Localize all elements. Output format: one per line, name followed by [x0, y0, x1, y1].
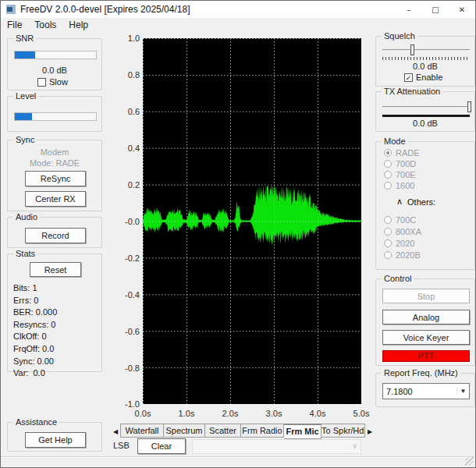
resync-button[interactable]: ReSync [25, 171, 86, 186]
radio-icon[interactable] [384, 228, 392, 236]
audio-group-label: Audio [13, 212, 40, 222]
squelch-group: Squelch 0.0 dB ✓ Enable [375, 36, 475, 87]
y-tick: -0.0 [116, 217, 140, 226]
x-tick: 3.0s [257, 409, 291, 418]
app-icon [6, 5, 16, 14]
y-tick: 0.8 [116, 70, 140, 80]
level-meter-fill [15, 113, 32, 120]
plot-tabbar: ◀ Waterfall Spectrum Scatter Frm Radio F… [111, 424, 375, 439]
level-group: Level [7, 96, 102, 132]
radio-icon[interactable] [384, 216, 392, 224]
report-freq-group: Report Freq. (MHz) 7.1800 ▼ [375, 373, 475, 407]
stat-errs: Errs: 0 [13, 295, 57, 307]
radio-icon[interactable] [384, 171, 392, 179]
squelch-enable-checkbox[interactable]: ✓ Enable [404, 73, 442, 82]
sync-group-label: Sync [13, 135, 37, 144]
squelch-group-label: Squelch [382, 31, 417, 41]
audio-group: Audio Record [7, 217, 102, 248]
snr-meter-fill [15, 51, 35, 58]
stat-ber: BER: 0.000 [13, 307, 57, 319]
mode-radio-700d[interactable]: 700D [384, 159, 416, 168]
ptt-button[interactable]: PTT [382, 350, 470, 362]
voice-keyer-button[interactable]: Voice Keyer [382, 330, 470, 345]
menu-help[interactable]: Help [62, 19, 94, 31]
radio-icon[interactable] [384, 149, 392, 157]
snr-slow-label: Slow [49, 77, 68, 87]
stat-sync: Sync: 0.00 [13, 356, 57, 368]
report-freq-combobox[interactable]: 7.1800 ▼ [382, 383, 470, 399]
tx-attenuation-slider[interactable] [382, 101, 470, 112]
modem-mode-text: Modem Mode: RADE [8, 147, 101, 168]
level-group-label: Level [13, 91, 38, 101]
analog-button[interactable]: Analog [382, 310, 470, 324]
maximize-button[interactable]: □ [422, 1, 449, 18]
squelch-slider-ticks [382, 57, 470, 60]
tx-attenuation-slider-thumb[interactable] [467, 101, 471, 112]
tx-attenuation-group: TX Attenuation 0.0 dB [375, 91, 475, 132]
get-help-button[interactable]: Get Help [25, 432, 86, 448]
mode-radio-1600[interactable]: 1600 [384, 181, 414, 190]
tab-frm-radio[interactable]: Frm Radio [241, 424, 284, 438]
checkbox-icon[interactable] [37, 78, 46, 87]
assistance-group: Assistance Get Help [7, 422, 102, 452]
stat-frqoff: FrqOff: 0.0 [13, 343, 57, 356]
disabled-dropdown: ∨ [192, 439, 361, 454]
radio-icon[interactable] [384, 251, 392, 259]
mode-radio-700e[interactable]: 700E [384, 170, 416, 179]
snr-group-label: SNR [13, 34, 36, 43]
center-rx-button[interactable]: Center RX [25, 191, 86, 207]
x-tick: 4.0s [300, 409, 335, 418]
dropdown-arrow-icon[interactable]: ▼ [456, 388, 469, 395]
mode-radio-800xa[interactable]: 800XA [384, 227, 421, 236]
tx-attenuation-group-label: TX Attenuation [382, 87, 442, 96]
minimize-button[interactable]: – [396, 1, 422, 18]
stat-resyncs: Resyncs: 0 [13, 319, 57, 332]
y-tick: 0.4 [116, 144, 140, 153]
radio-icon[interactable] [384, 182, 392, 190]
snr-slow-checkbox[interactable]: Slow [37, 77, 68, 87]
x-tick: 1.0s [169, 409, 204, 418]
freedv-window: FreeDV 2.0.0-devel [Expires 2025/04/18] … [0, 0, 476, 468]
radio-icon[interactable] [384, 239, 392, 247]
mode-radio-2020b[interactable]: 2020B [384, 250, 421, 260]
record-button[interactable]: Record [25, 228, 86, 243]
stop-button[interactable]: Stop [382, 289, 470, 303]
mode-radio-2020[interactable]: 2020 [384, 239, 414, 248]
squelch-slider[interactable] [382, 44, 470, 55]
menu-tools[interactable]: Tools [28, 19, 62, 31]
tab-to-spkr-hdp[interactable]: To Spkr/Hdp [321, 424, 365, 438]
mode-others-toggle[interactable]: ∧ Others: [396, 197, 435, 207]
tab-scroll-right-icon[interactable]: ▶ [365, 424, 375, 438]
radio-icon[interactable] [384, 160, 392, 168]
sideband-mode-label: LSB [113, 441, 130, 450]
squelch-slider-thumb[interactable] [410, 44, 414, 55]
mode-radio-rade[interactable]: RADE [384, 148, 420, 158]
mode-group-label: Mode [382, 136, 408, 146]
y-tick: -0.6 [116, 327, 140, 336]
squelch-value: 0.0 dB [376, 62, 474, 71]
x-tick: 5.0s [344, 409, 378, 418]
close-button[interactable]: ✕ [449, 1, 475, 18]
mode-radio-700c[interactable]: 700C [384, 215, 416, 225]
tab-waterfall[interactable]: Waterfall [120, 424, 164, 438]
tab-scroll-left-icon[interactable]: ◀ [111, 424, 120, 438]
tab-spectrum[interactable]: Spectrum [164, 424, 205, 438]
menubar: File Tools Help [1, 18, 475, 32]
waveform-svg [143, 38, 361, 404]
y-tick: -1.0 [116, 399, 140, 409]
reset-button[interactable]: Reset [30, 262, 81, 277]
slider-groove [382, 49, 470, 51]
y-tick: -0.4 [116, 290, 140, 300]
clear-button[interactable]: Clear [137, 438, 186, 454]
stats-group-label: Stats [13, 249, 37, 258]
tab-scatter[interactable]: Scatter [205, 424, 241, 438]
collapse-icon[interactable]: ∧ [396, 197, 403, 207]
squelch-enable-label: Enable [416, 73, 442, 82]
y-tick: 0.2 [116, 180, 140, 190]
others-label: Others: [407, 197, 435, 207]
checkbox-checked-icon[interactable]: ✓ [404, 73, 413, 82]
resize-grip[interactable] [465, 457, 474, 466]
window-controls: – □ ✕ [396, 1, 475, 18]
tab-frm-mic[interactable]: Frm Mic [284, 424, 321, 439]
menu-file[interactable]: File [1, 19, 28, 31]
